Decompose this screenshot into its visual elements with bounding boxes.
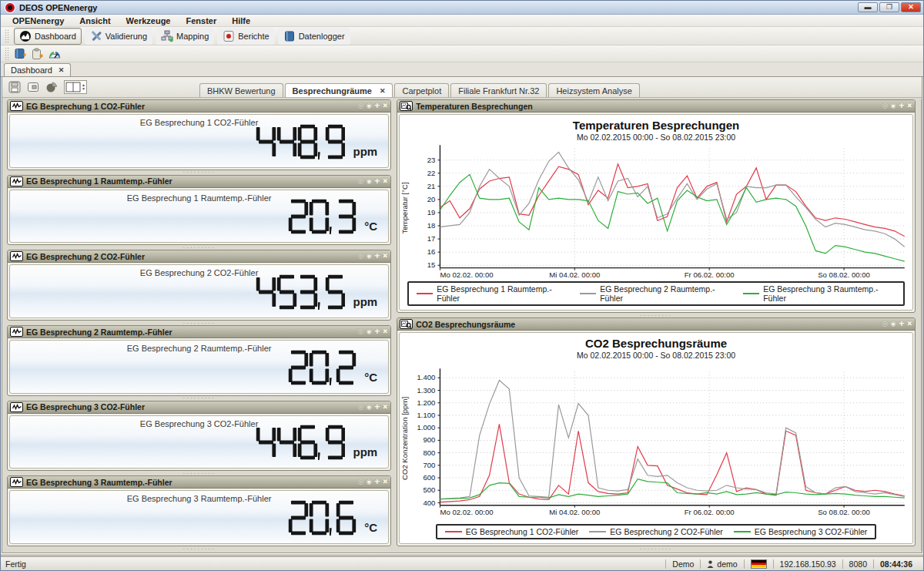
seven-segment-value	[256, 274, 345, 310]
toolbar-button-berichte[interactable]: Berichte	[217, 28, 274, 45]
legend-swatch	[580, 293, 596, 294]
layout-selector[interactable]: ▲▼	[64, 80, 87, 94]
panel-settings-button[interactable]: ◎	[357, 479, 363, 485]
close-tab-icon[interactable]: ✕	[59, 66, 65, 74]
panel-close-button[interactable]: ✖	[383, 102, 389, 109]
add-clipboard-icon[interactable]	[31, 48, 45, 60]
toolbar-button-validierung[interactable]: Validierung	[85, 28, 152, 45]
panel-settings-button[interactable]: ◎	[882, 102, 888, 109]
minimize-button[interactable]: ▬	[858, 2, 878, 12]
svg-text:800: 800	[424, 448, 436, 457]
title-bar: DEOS OPENenergy ▬ ❐ ✕	[1, 1, 923, 15]
svg-text:21: 21	[427, 182, 436, 190]
panel-header[interactable]: EG Besprechung 1 Raumtemp.-Fühler◎◉✚✖	[8, 176, 390, 188]
pie-chart-icon[interactable]	[45, 81, 59, 93]
panel-resize-handle[interactable]: ·········	[7, 170, 391, 175]
panel-maximize-button[interactable]: ✚	[374, 178, 380, 185]
chart-legend: EG Besprechung 1 CO2-FühlerEG Besprechun…	[407, 524, 905, 539]
collapsed-splitter[interactable]	[921, 99, 922, 551]
legend-item: EG Besprechung 1 Raumtemp.-Fühler	[417, 284, 569, 303]
panel-resize-handle[interactable]: ·········	[7, 546, 391, 551]
gauge-icon[interactable]	[48, 48, 62, 60]
menu-item-ansicht[interactable]: Ansicht	[72, 16, 117, 25]
waveform-icon	[10, 251, 23, 261]
dashboard-tab[interactable]: Besprechungräume✕	[285, 83, 393, 97]
panel-refresh-button[interactable]: ◉	[890, 102, 896, 109]
panel-maximize-button[interactable]: ✚	[899, 102, 905, 109]
chart-zoom-icon	[400, 101, 413, 111]
toolbar-button-dashboard[interactable]: Dashboard	[14, 28, 82, 45]
panel-settings-button[interactable]: ◎	[357, 178, 363, 185]
value-unit: ppm	[353, 295, 377, 310]
panel-maximize-button[interactable]: ✚	[374, 253, 380, 260]
dashboard-tab[interactable]: BHKW Bewertung	[199, 83, 283, 97]
toolbar-button-datenlogger[interactable]: Datenlogger	[278, 28, 350, 45]
panel-refresh-button[interactable]: ◉	[366, 178, 372, 185]
svg-text:So 08.02. 00:00: So 08.02. 00:00	[818, 270, 870, 279]
panel-settings-button[interactable]: ◎	[882, 321, 888, 327]
outer-tab-dashboard[interactable]: Dashboard✕	[4, 63, 71, 76]
export-image-icon[interactable]	[27, 81, 41, 93]
menu-item-hilfe[interactable]: Hilfe	[225, 16, 257, 25]
restore-button[interactable]: ❐	[879, 2, 899, 12]
panel-header[interactable]: Temperaturen Besprechungen◎◉✚✖	[397, 100, 915, 113]
save-icon[interactable]	[8, 81, 22, 93]
panel-resize-handle[interactable]: ·········	[7, 396, 391, 401]
legend-label: EG Besprechung 1 CO2-Fühler	[466, 527, 579, 536]
panel-refresh-button[interactable]: ◉	[366, 479, 372, 485]
panel-close-button[interactable]: ✖	[383, 328, 389, 335]
chart-plot-area[interactable]: 151617181920212223Mo 02.02. 00:00Mi 04.0…	[400, 142, 912, 280]
toolbar-grip[interactable]	[5, 47, 8, 61]
panel-close-button[interactable]: ✖	[383, 253, 389, 260]
panel-refresh-button[interactable]: ◉	[366, 102, 372, 109]
panel-title: CO2 Besprechungsräume	[416, 320, 879, 329]
panel-maximize-button[interactable]: ✚	[374, 479, 380, 485]
layout-spinner[interactable]: ▲▼	[82, 83, 85, 91]
chart-subtitle: Mo 02.02.2015 00:00 - So 08.02.2015 23:0…	[400, 132, 912, 142]
panel-close-button[interactable]: ✖	[906, 321, 912, 327]
panel-close-button[interactable]: ✖	[906, 102, 912, 109]
panel-header[interactable]: EG Besprechung 3 Raumtemp.-Fühler◎◉✚✖	[8, 476, 390, 489]
panel-header[interactable]: EG Besprechung 1 CO2-Fühler◎◉✚✖	[8, 100, 390, 113]
panel-maximize-button[interactable]: ✚	[374, 404, 380, 411]
value-display: ppm	[256, 274, 377, 310]
svg-text:1.100: 1.100	[417, 411, 436, 419]
add-book-icon[interactable]	[14, 48, 28, 60]
panel-refresh-button[interactable]: ◉	[366, 404, 372, 411]
panel-maximize-button[interactable]: ✚	[899, 321, 905, 327]
menu-item-openenergy[interactable]: OPENenergy	[5, 16, 71, 25]
panel-header[interactable]: CO2 Besprechungsräume◎◉✚✖	[397, 318, 915, 331]
panel-close-button[interactable]: ✖	[383, 178, 389, 185]
seven-segment-value	[288, 199, 357, 234]
close-button[interactable]: ✕	[901, 2, 921, 12]
value-widget-body: EG Besprechung 1 CO2-Fühlerppm	[9, 114, 389, 168]
panel-refresh-button[interactable]: ◉	[890, 321, 896, 327]
panel-refresh-button[interactable]: ◉	[366, 253, 372, 260]
panel-header[interactable]: EG Besprechung 2 CO2-Fühler◎◉✚✖	[8, 250, 390, 263]
status-bar: Fertig Demo demo 192.168.150.93 8080 08:…	[1, 556, 923, 570]
panel-settings-button[interactable]: ◎	[357, 102, 363, 109]
panel-close-button[interactable]: ✖	[383, 479, 389, 485]
panel-header[interactable]: EG Besprechung 3 CO2-Fühler◎◉✚✖	[8, 401, 390, 414]
panel-settings-button[interactable]: ◎	[357, 404, 363, 411]
legend-item: EG Besprechung 3 CO2-Fühler	[734, 527, 868, 536]
close-tab-icon[interactable]: ✕	[380, 87, 386, 95]
panel-resize-handle[interactable]: ·········	[397, 546, 916, 551]
panel-close-button[interactable]: ✖	[383, 404, 389, 411]
menu-item-werkzeuge[interactable]: Werkzeuge	[119, 16, 178, 25]
chart-plot-area[interactable]: 4005006007008009001.0001.1001.2001.3001.…	[400, 360, 912, 523]
dashboard-tab-label: Heizsystem Analyse	[556, 86, 631, 96]
toolbar-grip[interactable]	[5, 29, 8, 43]
menu-item-fenster[interactable]: Fenster	[179, 16, 223, 25]
dashboard-tab[interactable]: Carpetplot	[394, 83, 449, 97]
panel-settings-button[interactable]: ◎	[357, 328, 363, 335]
panel-maximize-button[interactable]: ✚	[374, 102, 380, 109]
toolbar-button-mapping[interactable]: Mapping	[156, 28, 214, 45]
panel-settings-button[interactable]: ◎	[357, 253, 363, 260]
dashboard-tab[interactable]: Heizsystem Analyse	[548, 83, 639, 97]
panel-refresh-button[interactable]: ◉	[366, 328, 372, 335]
status-port: 8080	[842, 559, 873, 569]
dashboard-tab[interactable]: Filiale Frankfurt Nr.32	[450, 83, 547, 97]
panel-header[interactable]: EG Besprechung 2 Raumtemp.-Fühler◎◉✚✖	[8, 326, 390, 338]
panel-maximize-button[interactable]: ✚	[374, 328, 380, 335]
